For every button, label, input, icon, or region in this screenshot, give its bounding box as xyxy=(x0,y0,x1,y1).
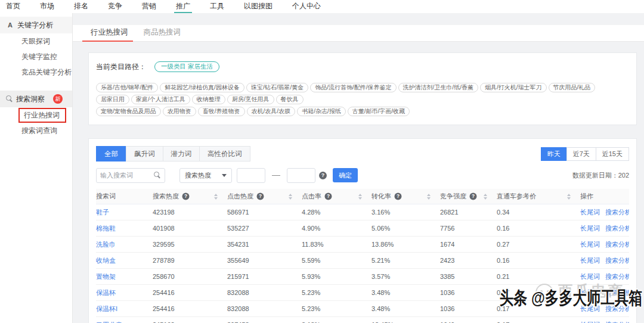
sort-icon[interactable] xyxy=(427,194,431,200)
nav-item-account[interactable]: 个人中心 xyxy=(292,0,321,13)
nav-item-image-search[interactable]: 以图搜图 xyxy=(244,0,273,13)
keyword-link[interactable]: 鞋子 xyxy=(96,209,109,216)
category-tag[interactable]: 农用物资 xyxy=(163,107,196,116)
col-label: 竞争强度 xyxy=(440,192,466,201)
search-heat-value: 254416 xyxy=(153,305,227,312)
word-tab-potential[interactable]: 潜力词 xyxy=(163,146,200,162)
sidebar-section-keyword-analysis[interactable]: A 关键字分析 xyxy=(0,17,72,33)
date-tab-7days[interactable]: 近7天 xyxy=(566,147,596,161)
date-range-tabs: 昨天 近7天 近15天 xyxy=(541,147,629,161)
longtail-link[interactable]: 长尾词 xyxy=(580,321,600,323)
keyword-link[interactable]: 棉拖鞋 xyxy=(96,225,116,232)
click-heat-value: 832088 xyxy=(227,289,302,296)
row-actions: 长尾词搜索分析 xyxy=(580,288,629,297)
metric-select[interactable]: 搜索热度 xyxy=(179,168,232,183)
sidebar-item-industry-hot-words[interactable]: 行业热搜词 xyxy=(0,107,72,123)
sidebar-section-search-insight[interactable]: 搜索洞察 新 xyxy=(0,91,72,107)
nav-item-compete[interactable]: 竞争 xyxy=(108,0,122,13)
sort-icon[interactable] xyxy=(289,194,292,200)
category-tag[interactable]: 餐饮具 xyxy=(276,95,304,104)
category-tag[interactable]: 鲜花园艺/绿植仿真/园林设备 xyxy=(160,83,244,92)
click-heat-value: 832088 xyxy=(227,305,302,312)
main-content: 行业热搜词 商品热搜词 当前类目路径： 一级类目 家居生活 乐器/吉他/钢琴/配… xyxy=(73,13,644,323)
search-analysis-link[interactable]: 搜索分析 xyxy=(605,209,629,216)
keyword-link[interactable]: 置物架 xyxy=(96,273,116,280)
help-icon[interactable] xyxy=(395,193,402,200)
range-help-icon[interactable] xyxy=(319,172,327,179)
help-icon[interactable] xyxy=(257,193,264,200)
range-max-input[interactable] xyxy=(287,168,315,183)
sort-icon[interactable] xyxy=(214,194,218,200)
range-min-input[interactable] xyxy=(237,168,265,183)
category-tag[interactable]: 节庆用品/礼品 xyxy=(549,83,596,92)
search-analysis-link[interactable]: 搜索分析 xyxy=(605,225,629,232)
longtail-link[interactable]: 长尾词 xyxy=(580,257,600,264)
nav-item-home[interactable]: 首页 xyxy=(6,0,20,13)
category-tag[interactable]: 饰品/流行首饰/配件/保养鉴定 xyxy=(310,83,396,92)
keyword-link[interactable]: 洗脸巾 xyxy=(96,241,116,248)
category-tag[interactable]: 洗护清洁剂/卫生巾/纸/香薰 xyxy=(398,83,478,92)
sort-icon[interactable] xyxy=(567,194,571,200)
longtail-link[interactable]: 长尾词 xyxy=(580,289,600,296)
category-tag[interactable]: 书籍/杂志/报纸 xyxy=(297,107,346,116)
click-rate-value: 11.83% xyxy=(302,241,371,248)
keyword-link[interactable]: 保温杯 xyxy=(96,289,116,296)
nav-item-tools[interactable]: 工具 xyxy=(210,0,224,13)
table-row: 洗脸巾 329595 354231 11.83% 13.86% 1674 0.2… xyxy=(96,237,629,253)
longtail-link[interactable]: 长尾词 xyxy=(580,241,600,248)
search-analysis-link[interactable]: 搜索分析 xyxy=(605,321,629,323)
keyword-link[interactable]: 保温杯I xyxy=(96,305,117,312)
confirm-button[interactable]: 确定 xyxy=(333,168,358,182)
click-rate-value: 5.23% xyxy=(302,289,371,296)
nav-item-market[interactable]: 市场 xyxy=(40,0,54,13)
longtail-link[interactable]: 长尾词 xyxy=(580,305,600,312)
col-reference-price: 直通车参考价 xyxy=(497,192,580,201)
tab-industry-hot-words[interactable]: 行业热搜词 xyxy=(87,25,132,41)
sidebar-item-search-word-query[interactable]: 搜索词查询 xyxy=(0,123,72,138)
category-tag[interactable]: 宠物/宠物食品及用品 xyxy=(96,107,161,116)
search-analysis-link[interactable]: 搜索分析 xyxy=(605,289,629,296)
date-tab-yesterday[interactable]: 昨天 xyxy=(541,147,567,161)
category-tag[interactable]: 家庭/个人清洁工具 xyxy=(131,95,190,104)
competition-value: 1674 xyxy=(440,241,497,248)
table-row: 收纳盒 278789 355649 5.59% 5.21% 2423 0.16 … xyxy=(96,253,629,269)
word-tab-cost-effective[interactable]: 高性价比词 xyxy=(199,146,250,162)
category-tag[interactable]: 收纳整理 xyxy=(192,95,225,104)
sort-icon[interactable] xyxy=(484,194,487,200)
category-tag[interactable]: 畜牧/养殖物资 xyxy=(198,107,245,116)
sidebar-item-competitor-keywords[interactable]: 竞品关键字分析 xyxy=(0,64,72,80)
help-icon[interactable] xyxy=(182,193,190,200)
category-tag[interactable]: 烟具/打火机/瑞士军刀 xyxy=(480,83,547,92)
longtail-link[interactable]: 长尾词 xyxy=(580,225,600,232)
search-analysis-link[interactable]: 搜索分析 xyxy=(605,241,629,248)
word-tab-rising[interactable]: 飙升词 xyxy=(126,146,163,162)
search-analysis-link[interactable]: 搜索分析 xyxy=(605,273,629,280)
sidebar-item-tianyan-words[interactable]: 天眼探词 xyxy=(0,33,72,49)
word-tab-all[interactable]: 全部 xyxy=(96,146,126,162)
longtail-link[interactable]: 长尾词 xyxy=(580,209,600,216)
search-analysis-link[interactable]: 搜索分析 xyxy=(605,305,629,312)
help-icon[interactable] xyxy=(325,193,332,200)
keyword-link[interactable]: 收纳盒 xyxy=(96,257,116,264)
nav-item-rank[interactable]: 排名 xyxy=(74,0,88,13)
category-tag[interactable]: 珠宝/钻石/翡翠/黄金 xyxy=(246,83,308,92)
category-tag[interactable]: 乐器/吉他/钢琴/配件 xyxy=(96,83,158,92)
keyword-link[interactable]: 口罩儿童 xyxy=(96,321,122,323)
sort-icon[interactable] xyxy=(358,194,362,200)
help-icon[interactable] xyxy=(470,193,477,200)
table-row: 保温杯I 254416 832088 5.23% 3.48% 1036 0.17… xyxy=(96,301,629,317)
search-analysis-link[interactable]: 搜索分析 xyxy=(605,257,629,264)
tab-product-hot-words[interactable]: 商品热搜词 xyxy=(140,25,185,41)
category-current-pill[interactable]: 一级类目 家居生活 xyxy=(154,61,219,72)
nav-item-promotion[interactable]: 推广 xyxy=(176,0,190,13)
longtail-link[interactable]: 长尾词 xyxy=(580,273,600,280)
date-tab-15days[interactable]: 近15天 xyxy=(596,147,629,161)
reference-price-value: 0.34 xyxy=(497,209,580,216)
category-tag[interactable]: 农机/农具/农膜 xyxy=(247,107,296,116)
search-input[interactable] xyxy=(100,172,154,179)
category-tag[interactable]: 古董/邮币/字画/收藏 xyxy=(348,107,410,116)
category-tag[interactable]: 厨房/烹饪用具 xyxy=(227,95,274,104)
nav-item-marketing[interactable]: 营销 xyxy=(142,0,156,13)
sidebar-item-keyword-monitor[interactable]: 关键字监控 xyxy=(0,49,72,64)
category-tag[interactable]: 居家日用 xyxy=(96,95,129,104)
